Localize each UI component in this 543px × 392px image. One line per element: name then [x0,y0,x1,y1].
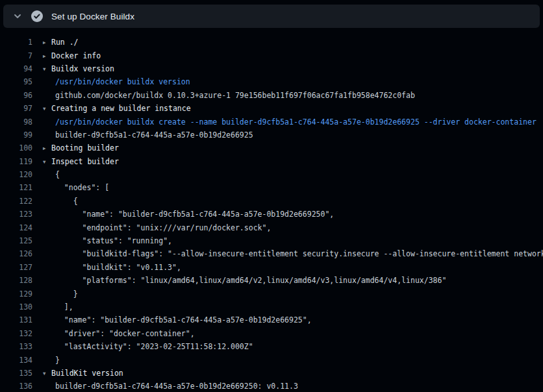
log-line: 130 ], [0,300,543,313]
log-line: 123 "name": "builder-d9cfb5a1-c764-445a-… [0,208,543,221]
line-number[interactable]: 120 [0,170,32,179]
line-number[interactable]: 135 [0,369,32,378]
step-title: Set up Docker Buildx [51,12,134,21]
output-text: "buildkitd-flags": "--allow-insecure-ent… [55,249,543,258]
chevron-down-icon[interactable] [12,11,23,21]
log-lines: 1▶Run ./7▶Docker info94▼Buildx version95… [0,28,543,392]
line-number[interactable]: 125 [0,236,32,245]
output-text: { [55,197,78,206]
output-text: builder-d9cfb5a1-c764-445a-a57e-0b19d2e6… [55,382,298,391]
group-title[interactable]: Booting builder [51,143,119,153]
line-number[interactable]: 100 [0,143,32,153]
log-line: 94▼Buildx version [0,62,543,75]
line-number[interactable]: 128 [0,276,32,285]
log-line: 126 "buildkitd-flags": "--allow-insecure… [0,247,543,260]
line-number[interactable]: 1 [0,38,32,47]
line-number[interactable]: 129 [0,289,32,299]
line-number[interactable]: 127 [0,263,32,272]
log-line: 119▼Inspect builder [0,155,543,168]
line-number[interactable]: 96 [0,91,32,100]
line-number[interactable]: 95 [0,77,32,86]
group-title[interactable]: BuildKit version [51,369,123,378]
log-line: 100▶Booting builder [0,141,543,154]
group-title[interactable]: Inspect builder [51,157,119,166]
output-text: "buildkit": "v0.11.3", [55,263,181,272]
group-expanded-icon[interactable]: ▼ [43,106,51,112]
line-number[interactable]: 134 [0,356,32,365]
output-text: } [55,289,78,299]
output-text: "name": "builder-d9cfb5a1-c764-445a-a57e… [55,210,334,219]
log-line: 124 "endpoint": "unix:///var/run/docker.… [0,221,543,234]
log-line: 122 { [0,195,543,208]
output-text: "lastActivity": "2023-02-25T11:58:12.000… [55,342,253,351]
log-line: 131 "name": "builder-d9cfb5a1-c764-445a-… [0,313,543,326]
line-number[interactable]: 130 [0,302,32,312]
log-line: 96github.com/docker/buildx 0.10.3+azure-… [0,89,543,102]
output-text: builder-d9cfb5a1-c764-445a-a57e-0b19d2e6… [55,130,253,140]
line-number[interactable]: 97 [0,104,32,113]
log-line: 135▼BuildKit version [0,367,543,380]
output-text: "platforms": "linux/amd64,linux/amd64/v2… [55,276,446,285]
log-line: 128 "platforms": "linux/amd64,linux/amd6… [0,274,543,287]
log-line: 121 "nodes": [ [0,181,543,194]
log-line: 99builder-d9cfb5a1-c764-445a-a57e-0b19d2… [0,129,543,141]
log-line: 98/usr/bin/docker buildx create --name b… [0,115,543,128]
line-number[interactable]: 119 [0,157,32,166]
output-text: "nodes": [ [55,183,109,192]
output-text: "driver": "docker-container", [55,329,195,338]
output-text: "endpoint": "unix:///var/run/docker.sock… [55,223,271,232]
log-line: 120{ [0,168,543,181]
group-title[interactable]: Buildx version [51,64,114,73]
log-line: 1▶Run ./ [0,36,543,49]
line-number[interactable]: 122 [0,197,32,206]
output-text: "name": "builder-d9cfb5a1-c764-445a-a57e… [55,315,312,325]
group-expanded-icon[interactable]: ▼ [43,66,51,72]
command-text: /usr/bin/docker buildx version [55,77,190,86]
group-collapsed-icon[interactable]: ▶ [43,40,51,45]
line-number[interactable]: 99 [0,130,32,140]
line-number[interactable]: 131 [0,315,32,325]
output-text: "status": "running", [55,236,172,245]
line-number[interactable]: 132 [0,329,32,338]
step-header[interactable]: Set up Docker Buildx [3,5,540,28]
log-line: 127 "buildkit": "v0.11.3", [0,261,543,274]
output-text: } [55,356,60,365]
log-line: 133 "lastActivity": "2023-02-25T11:58:12… [0,340,543,353]
group-collapsed-icon[interactable]: ▶ [43,145,51,151]
log-line: 129 } [0,287,543,300]
group-expanded-icon[interactable]: ▼ [43,371,51,376]
line-number[interactable]: 7 [0,51,32,60]
log-line: 134} [0,353,543,366]
log-line: 125 "status": "running", [0,234,543,247]
output-text: github.com/docker/buildx 0.10.3+azure-1 … [55,91,415,100]
group-collapsed-icon[interactable]: ▶ [43,53,51,59]
output-text: ], [55,302,73,312]
line-number[interactable]: 121 [0,183,32,192]
log-line: 136builder-d9cfb5a1-c764-445a-a57e-0b19d… [0,380,543,392]
line-number[interactable]: 136 [0,382,32,391]
group-expanded-icon[interactable]: ▼ [43,159,51,165]
line-number[interactable]: 98 [0,117,32,127]
group-title[interactable]: Run ./ [51,38,79,47]
line-number[interactable]: 123 [0,210,32,219]
log-line: 95/usr/bin/docker buildx version [0,75,543,88]
line-number[interactable]: 124 [0,223,32,232]
group-title[interactable]: Docker info [51,51,101,60]
line-number[interactable]: 133 [0,342,32,351]
command-text: /usr/bin/docker buildx create --name bui… [55,117,537,127]
line-number[interactable]: 94 [0,64,32,73]
log-line: 132 "driver": "docker-container", [0,327,543,340]
group-title[interactable]: Creating a new builder instance [51,104,191,113]
log-line: 7▶Docker info [0,49,543,62]
output-text: { [55,170,60,179]
check-circle-icon [31,10,43,22]
log-line: 97▼Creating a new builder instance [0,102,543,115]
line-number[interactable]: 126 [0,249,32,258]
